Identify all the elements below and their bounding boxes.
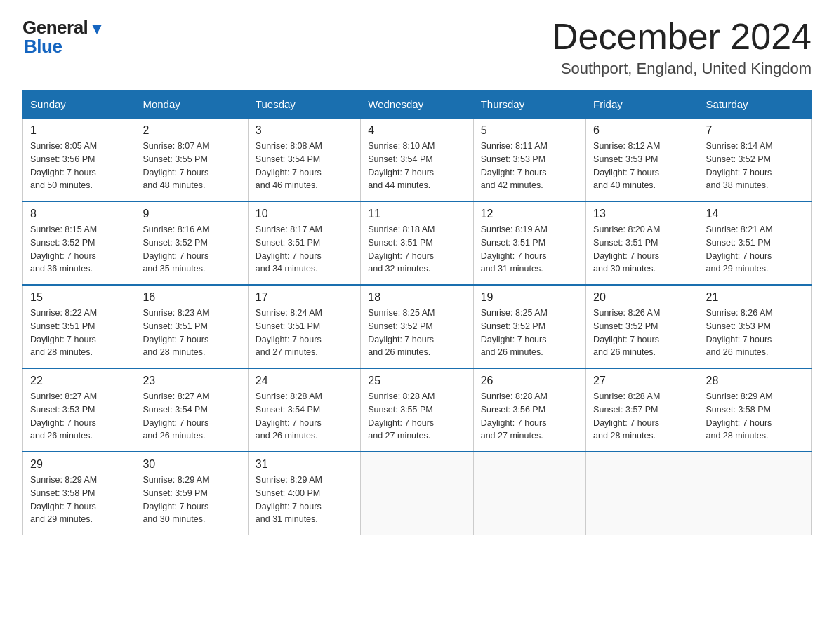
day-info: Sunrise: 8:22 AMSunset: 3:51 PMDaylight:…	[30, 307, 128, 359]
calendar-cell: 10Sunrise: 8:17 AMSunset: 3:51 PMDayligh…	[248, 201, 360, 285]
day-info: Sunrise: 8:28 AMSunset: 3:57 PMDaylight:…	[593, 390, 691, 443]
day-number: 14	[706, 208, 804, 220]
day-info: Sunrise: 8:24 AMSunset: 3:51 PMDaylight:…	[256, 307, 353, 359]
calendar-week-row: 15Sunrise: 8:22 AMSunset: 3:51 PMDayligh…	[23, 285, 812, 368]
calendar-cell: 28Sunrise: 8:29 AMSunset: 3:58 PMDayligh…	[699, 368, 811, 452]
calendar-cell: 29Sunrise: 8:29 AMSunset: 3:58 PMDayligh…	[23, 452, 135, 535]
calendar-cell	[473, 452, 585, 535]
calendar-cell: 9Sunrise: 8:16 AMSunset: 3:52 PMDaylight…	[135, 201, 248, 285]
day-info: Sunrise: 8:15 AMSunset: 3:52 PMDaylight:…	[30, 223, 128, 276]
title-section: December 2024 Southport, England, United…	[552, 17, 812, 78]
weekday-header-wednesday: Wednesday	[361, 91, 473, 119]
calendar-cell: 3Sunrise: 8:08 AMSunset: 3:54 PMDaylight…	[248, 118, 360, 201]
calendar-cell: 7Sunrise: 8:14 AMSunset: 3:52 PMDaylight…	[699, 118, 811, 201]
weekday-header-tuesday: Tuesday	[248, 91, 360, 119]
calendar-week-row: 1Sunrise: 8:05 AMSunset: 3:56 PMDaylight…	[23, 118, 812, 201]
day-number: 26	[481, 375, 578, 387]
calendar-cell	[699, 452, 811, 535]
day-number: 29	[30, 458, 128, 471]
day-info: Sunrise: 8:21 AMSunset: 3:51 PMDaylight:…	[706, 223, 804, 276]
day-info: Sunrise: 8:29 AMSunset: 3:59 PMDaylight:…	[143, 474, 240, 526]
day-number: 8	[30, 208, 128, 220]
calendar-cell: 26Sunrise: 8:28 AMSunset: 3:56 PMDayligh…	[473, 368, 585, 452]
day-info: Sunrise: 8:26 AMSunset: 3:52 PMDaylight:…	[593, 307, 691, 359]
day-info: Sunrise: 8:05 AMSunset: 3:56 PMDaylight:…	[30, 140, 128, 192]
day-number: 12	[481, 208, 578, 220]
calendar-cell	[586, 452, 699, 535]
day-info: Sunrise: 8:10 AMSunset: 3:54 PMDaylight:…	[368, 140, 465, 192]
calendar-cell: 19Sunrise: 8:25 AMSunset: 3:52 PMDayligh…	[473, 285, 585, 368]
day-number: 25	[368, 375, 465, 387]
weekday-header-row: SundayMondayTuesdayWednesdayThursdayFrid…	[23, 91, 812, 119]
calendar-cell: 4Sunrise: 8:10 AMSunset: 3:54 PMDaylight…	[361, 118, 473, 201]
calendar-cell: 17Sunrise: 8:24 AMSunset: 3:51 PMDayligh…	[248, 285, 360, 368]
day-number: 31	[256, 458, 353, 471]
day-number: 28	[706, 375, 804, 387]
calendar-cell	[361, 452, 473, 535]
calendar-cell: 16Sunrise: 8:23 AMSunset: 3:51 PMDayligh…	[135, 285, 248, 368]
day-info: Sunrise: 8:27 AMSunset: 3:53 PMDaylight:…	[30, 390, 128, 443]
calendar-cell: 5Sunrise: 8:11 AMSunset: 3:53 PMDaylight…	[473, 118, 585, 201]
day-info: Sunrise: 8:19 AMSunset: 3:51 PMDaylight:…	[481, 223, 578, 276]
calendar-table: SundayMondayTuesdayWednesdayThursdayFrid…	[22, 90, 812, 535]
day-number: 19	[481, 291, 578, 304]
calendar-cell: 6Sunrise: 8:12 AMSunset: 3:53 PMDaylight…	[586, 118, 699, 201]
day-number: 24	[256, 375, 353, 387]
day-number: 7	[706, 124, 804, 137]
calendar-cell: 15Sunrise: 8:22 AMSunset: 3:51 PMDayligh…	[23, 285, 135, 368]
calendar-cell: 22Sunrise: 8:27 AMSunset: 3:53 PMDayligh…	[23, 368, 135, 452]
day-info: Sunrise: 8:08 AMSunset: 3:54 PMDaylight:…	[256, 140, 353, 192]
day-number: 3	[256, 124, 353, 137]
calendar-cell: 27Sunrise: 8:28 AMSunset: 3:57 PMDayligh…	[586, 368, 699, 452]
day-number: 21	[706, 291, 804, 304]
calendar-cell: 8Sunrise: 8:15 AMSunset: 3:52 PMDaylight…	[23, 201, 135, 285]
calendar-cell: 13Sunrise: 8:20 AMSunset: 3:51 PMDayligh…	[586, 201, 699, 285]
day-info: Sunrise: 8:29 AMSunset: 4:00 PMDaylight:…	[256, 474, 353, 526]
logo: General Blue	[22, 17, 105, 58]
day-number: 20	[593, 291, 691, 304]
day-info: Sunrise: 8:28 AMSunset: 3:56 PMDaylight:…	[481, 390, 578, 443]
day-info: Sunrise: 8:12 AMSunset: 3:53 PMDaylight:…	[593, 140, 691, 192]
calendar-cell: 18Sunrise: 8:25 AMSunset: 3:52 PMDayligh…	[361, 285, 473, 368]
page-header: General Blue December 2024 Southport, En…	[22, 17, 812, 78]
day-number: 2	[143, 124, 240, 137]
day-number: 16	[143, 291, 240, 304]
calendar-subtitle: Southport, England, United Kingdom	[552, 60, 812, 78]
day-number: 30	[143, 458, 240, 471]
day-info: Sunrise: 8:27 AMSunset: 3:54 PMDaylight:…	[143, 390, 240, 443]
calendar-cell: 25Sunrise: 8:28 AMSunset: 3:55 PMDayligh…	[361, 368, 473, 452]
calendar-cell: 21Sunrise: 8:26 AMSunset: 3:53 PMDayligh…	[699, 285, 811, 368]
day-info: Sunrise: 8:29 AMSunset: 3:58 PMDaylight:…	[30, 474, 128, 526]
svg-marker-0	[92, 25, 102, 34]
day-info: Sunrise: 8:28 AMSunset: 3:54 PMDaylight:…	[256, 390, 353, 443]
day-number: 1	[30, 124, 128, 137]
day-info: Sunrise: 8:07 AMSunset: 3:55 PMDaylight:…	[143, 140, 240, 192]
calendar-cell: 24Sunrise: 8:28 AMSunset: 3:54 PMDayligh…	[248, 368, 360, 452]
day-info: Sunrise: 8:14 AMSunset: 3:52 PMDaylight:…	[706, 140, 804, 192]
calendar-week-row: 8Sunrise: 8:15 AMSunset: 3:52 PMDaylight…	[23, 201, 812, 285]
weekday-header-thursday: Thursday	[473, 91, 585, 119]
logo-triangle-icon	[89, 22, 105, 37]
calendar-cell: 20Sunrise: 8:26 AMSunset: 3:52 PMDayligh…	[586, 285, 699, 368]
day-number: 10	[256, 208, 353, 220]
calendar-cell: 2Sunrise: 8:07 AMSunset: 3:55 PMDaylight…	[135, 118, 248, 201]
day-number: 15	[30, 291, 128, 304]
day-number: 9	[143, 208, 240, 220]
calendar-week-row: 22Sunrise: 8:27 AMSunset: 3:53 PMDayligh…	[23, 368, 812, 452]
day-number: 6	[593, 124, 691, 137]
day-number: 23	[143, 375, 240, 387]
day-number: 4	[368, 124, 465, 137]
day-info: Sunrise: 8:17 AMSunset: 3:51 PMDaylight:…	[256, 223, 353, 276]
calendar-title: December 2024	[552, 17, 812, 57]
day-info: Sunrise: 8:25 AMSunset: 3:52 PMDaylight:…	[481, 307, 578, 359]
day-info: Sunrise: 8:11 AMSunset: 3:53 PMDaylight:…	[481, 140, 578, 192]
day-info: Sunrise: 8:20 AMSunset: 3:51 PMDaylight:…	[593, 223, 691, 276]
day-number: 17	[256, 291, 353, 304]
calendar-cell: 11Sunrise: 8:18 AMSunset: 3:51 PMDayligh…	[361, 201, 473, 285]
day-info: Sunrise: 8:16 AMSunset: 3:52 PMDaylight:…	[143, 223, 240, 276]
day-number: 22	[30, 375, 128, 387]
day-number: 18	[368, 291, 465, 304]
day-number: 13	[593, 208, 691, 220]
day-number: 27	[593, 375, 691, 387]
weekday-header-sunday: Sunday	[23, 91, 135, 119]
